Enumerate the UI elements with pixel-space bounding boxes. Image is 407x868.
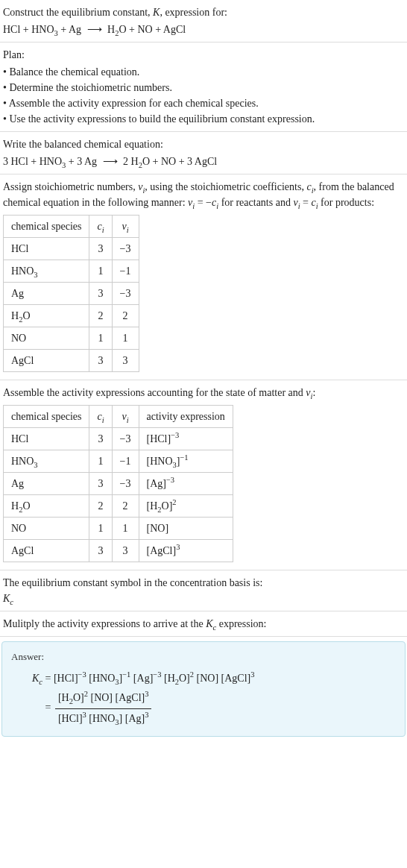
col-species: chemical species bbox=[4, 406, 89, 428]
table-row: NO11[NO] bbox=[4, 518, 233, 540]
cell-species: AgCl bbox=[4, 540, 89, 562]
table-header-row: chemical species ci νi activity expressi… bbox=[4, 406, 233, 428]
arrow-icon: ⟶ bbox=[87, 24, 102, 35]
numerator: [H2O]2 [NO] [AgCl]3 bbox=[55, 688, 152, 709]
plan-item: • Assemble the activity expression for e… bbox=[3, 95, 404, 111]
cell-nu: 1 bbox=[112, 518, 139, 540]
cell-species: NO bbox=[4, 518, 89, 540]
denominator: [HCl]3 [HNO3] [Ag]3 bbox=[55, 709, 152, 729]
col-ci: ci bbox=[89, 406, 112, 428]
cell-nu: −1 bbox=[112, 450, 139, 473]
cell-c: 3 bbox=[89, 428, 112, 450]
activity-heading: Assemble the activity expressions accoun… bbox=[3, 385, 404, 400]
fraction: [H2O]2 [NO] [AgCl]3 [HCl]3 [HNO3] [Ag]3 bbox=[55, 688, 152, 729]
table-row: Ag3−3 bbox=[4, 283, 139, 305]
unbalanced-equation: HCl + HNO3 + Ag ⟶ H2O + NO + AgCl bbox=[3, 22, 404, 37]
stoich-text: Assign stoichiometric numbers, νi, using… bbox=[3, 179, 404, 210]
cell-nu: −3 bbox=[112, 428, 139, 450]
cell-c: 3 bbox=[89, 283, 112, 305]
cell-nu: 2 bbox=[112, 305, 139, 327]
stoich-section: Assign stoichiometric numbers, νi, using… bbox=[0, 174, 407, 380]
activity-table: chemical species ci νi activity expressi… bbox=[3, 405, 233, 562]
cell-c: 3 bbox=[89, 238, 112, 260]
cell-activity: [HNO3]−1 bbox=[139, 450, 233, 473]
cell-activity: [AgCl]3 bbox=[139, 540, 233, 562]
intro-section: Construct the equilibrium constant, K, e… bbox=[0, 0, 407, 43]
arrow-icon: ⟶ bbox=[103, 156, 118, 167]
eq-rhs: H2O + NO + AgCl bbox=[107, 24, 186, 35]
table-row: H2O22 bbox=[4, 305, 139, 327]
basis-symbol: Kc bbox=[3, 591, 404, 606]
cell-activity: [H2O]2 bbox=[139, 495, 233, 518]
stoich-table: chemical species ci νi HCl3−3 HNO31−1 Ag… bbox=[3, 215, 139, 372]
plan-list: • Balance the chemical equation. • Deter… bbox=[3, 64, 404, 127]
cell-species: H2O bbox=[4, 305, 89, 327]
table-row: HCl3−3[HCl]−3 bbox=[4, 428, 233, 450]
cell-species: Ag bbox=[4, 473, 89, 495]
cell-species: H2O bbox=[4, 495, 89, 518]
table-row: HNO31−1 bbox=[4, 260, 139, 283]
cell-species: HCl bbox=[4, 238, 89, 260]
table-row: NO11 bbox=[4, 327, 139, 350]
plan-item: • Determine the stoichiometric numbers. bbox=[3, 80, 404, 95]
answer-line1: Kc = [HCl]−3 [HNO3]−1 [Ag]−3 [H2O]2 [NO]… bbox=[32, 669, 396, 689]
table-row: HNO31−1[HNO3]−1 bbox=[4, 450, 233, 473]
cell-nu: 1 bbox=[112, 327, 139, 350]
plan-heading: Plan: bbox=[3, 47, 404, 63]
plan-item: • Use the activity expressions to build … bbox=[3, 111, 404, 127]
answer-box: Answer: Kc = [HCl]−3 [HNO3]−1 [Ag]−3 [H2… bbox=[1, 641, 406, 737]
cell-species: Ag bbox=[4, 283, 89, 305]
cell-species: NO bbox=[4, 327, 89, 350]
basis-heading: The equilibrium constant symbol in the c… bbox=[3, 575, 404, 591]
col-species: chemical species bbox=[4, 216, 89, 238]
cell-c: 2 bbox=[89, 305, 112, 327]
balanced-heading: Write the balanced chemical equation: bbox=[3, 136, 404, 152]
cell-activity: [NO] bbox=[139, 518, 233, 540]
cell-species: AgCl bbox=[4, 350, 89, 372]
cell-nu: 3 bbox=[112, 540, 139, 562]
cell-nu: −3 bbox=[112, 238, 139, 260]
col-nui: νi bbox=[112, 216, 139, 238]
col-nui: νi bbox=[112, 406, 139, 428]
cell-nu: −3 bbox=[112, 283, 139, 305]
balanced-section: Write the balanced chemical equation: 3 … bbox=[0, 132, 407, 174]
balanced-equation: 3 HCl + HNO3 + 3 Ag ⟶ 2 H2O + NO + 3 AgC… bbox=[3, 154, 404, 169]
table-row: H2O22[H2O]2 bbox=[4, 495, 233, 518]
answer-math: Kc = [HCl]−3 [HNO3]−1 [Ag]−3 [H2O]2 [NO]… bbox=[11, 669, 396, 729]
cell-species: HCl bbox=[4, 428, 89, 450]
answer-line2: Kc = [H2O]2 [NO] [AgCl]3 [HCl]3 [HNO3] [… bbox=[32, 688, 396, 729]
cell-c: 1 bbox=[89, 260, 112, 283]
cell-c: 1 bbox=[89, 450, 112, 473]
cell-c: 1 bbox=[89, 518, 112, 540]
plan-item: • Balance the chemical equation. bbox=[3, 64, 404, 80]
table-header-row: chemical species ci νi bbox=[4, 216, 139, 238]
col-ci: ci bbox=[89, 216, 112, 238]
cell-nu: 3 bbox=[112, 350, 139, 372]
cell-c: 3 bbox=[89, 473, 112, 495]
intro-text: Construct the equilibrium constant, bbox=[3, 7, 153, 18]
activity-section: Assemble the activity expressions accoun… bbox=[0, 380, 407, 570]
cell-nu: −1 bbox=[112, 260, 139, 283]
intro-heading: Construct the equilibrium constant, K, e… bbox=[3, 4, 404, 20]
multiply-section: Mulitply the activity expressions to arr… bbox=[0, 611, 407, 637]
cell-nu: −3 bbox=[112, 473, 139, 495]
eq-rhs: 2 H2O + NO + 3 AgCl bbox=[123, 156, 217, 167]
eq-lhs: 3 HCl + HNO3 + 3 Ag bbox=[3, 156, 97, 167]
intro-text-suffix: , expression for: bbox=[160, 7, 227, 18]
cell-activity: [Ag]−3 bbox=[139, 473, 233, 495]
cell-species: HNO3 bbox=[4, 260, 89, 283]
table-row: HCl3−3 bbox=[4, 238, 139, 260]
cell-species: HNO3 bbox=[4, 450, 89, 473]
table-row: Ag3−3[Ag]−3 bbox=[4, 473, 233, 495]
cell-c: 3 bbox=[89, 350, 112, 372]
table-row: AgCl33[AgCl]3 bbox=[4, 540, 233, 562]
cell-c: 2 bbox=[89, 495, 112, 518]
cell-nu: 2 bbox=[112, 495, 139, 518]
k-symbol: K bbox=[153, 7, 160, 18]
col-activity: activity expression bbox=[139, 406, 233, 428]
basis-section: The equilibrium constant symbol in the c… bbox=[0, 570, 407, 611]
cell-c: 1 bbox=[89, 327, 112, 350]
eq-lhs: HCl + HNO3 + Ag bbox=[3, 24, 81, 35]
plan-section: Plan: • Balance the chemical equation. •… bbox=[0, 43, 407, 132]
answer-label: Answer: bbox=[11, 650, 396, 664]
